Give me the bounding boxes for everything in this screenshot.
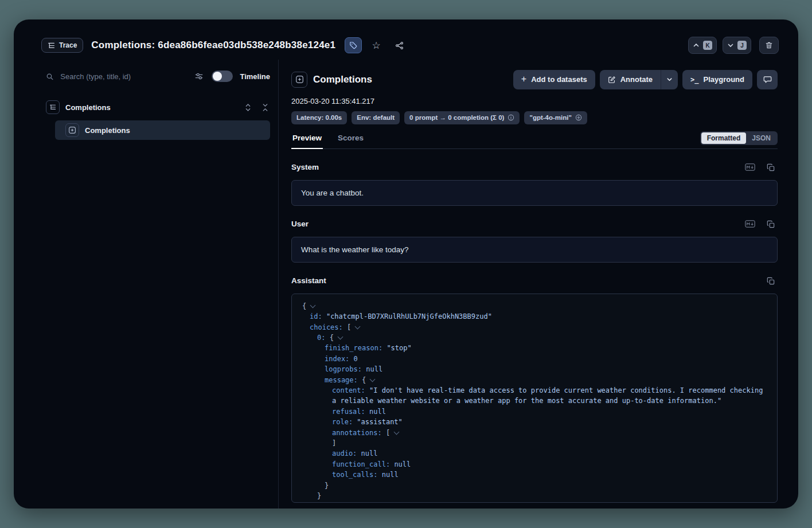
run-badges: Latency: 0.00s Env: default 0 prompt → 0… (291, 111, 778, 124)
collapse-caret-icon[interactable] (370, 376, 376, 382)
code-line: id: "chatcmpl-BD7XRulRhULb7NjGfeOkhN3BB9… (302, 311, 767, 322)
star-icon: ☆ (372, 41, 380, 50)
expand-all-button[interactable] (243, 102, 253, 112)
tree-root-actions (243, 102, 270, 112)
completions-icon (65, 123, 79, 137)
assistant-section-icons (764, 274, 778, 288)
chat-bubble-icon (763, 75, 772, 84)
user-section-header: User (291, 217, 778, 231)
copy-button[interactable] (764, 217, 778, 231)
code-line: tool_calls: null (302, 470, 767, 480)
tag-button[interactable] (345, 37, 362, 53)
run-timestamp: 2025-03-20 11:35:41.217 (291, 97, 778, 105)
tree-item-completions-selected[interactable]: Completions (55, 120, 270, 140)
info-icon[interactable] (508, 114, 514, 121)
run-actions: + Add to datasets Annotate >_ (513, 70, 778, 89)
code-line: function_call: null (302, 459, 767, 470)
expand-all-icon (245, 104, 251, 111)
assistant-section-header: Assistant (291, 274, 778, 288)
shortcut-key-j: J (737, 41, 747, 50)
completions-run-icon (291, 72, 307, 88)
terminal-prompt-icon: >_ (690, 76, 698, 84)
share-icon (395, 41, 404, 50)
tree-root-label: Completions (65, 103, 111, 112)
next-run-button[interactable]: J (723, 37, 751, 54)
collapse-caret-icon[interactable] (394, 429, 400, 435)
markdown-icon (745, 163, 755, 171)
trace-tree: Completions Completions (46, 99, 270, 140)
trace-tree-icon (48, 42, 55, 49)
markdown-icon (745, 220, 755, 228)
trace-badge: Trace (41, 38, 83, 53)
search-input[interactable] (59, 72, 188, 81)
code-line: index: 0 (302, 354, 767, 364)
plus-icon: + (521, 75, 526, 84)
annotate-dropdown-button[interactable] (661, 70, 678, 89)
titlebar: Trace Completions: 6dea86b6feae03db538e2… (14, 19, 798, 60)
format-formatted-option[interactable]: Formatted (701, 132, 747, 144)
code-line: content: "I don't have real-time data ac… (302, 385, 767, 406)
model-badge: "gpt-4o-mini" (524, 111, 587, 124)
code-line: 0: { (302, 333, 767, 343)
trace-title: Completions: 6dea86b6feae03db538e248b38e… (91, 40, 335, 51)
run-title: Completions (313, 74, 372, 85)
latency-badge: Latency: 0.00s (291, 111, 347, 124)
trace-badge-label: Trace (59, 41, 77, 49)
chevron-down-icon (727, 42, 734, 49)
sidebar-search-row: Timeline (46, 67, 270, 86)
assistant-label: Assistant (291, 276, 326, 285)
filter-button[interactable] (192, 69, 206, 83)
copy-button[interactable] (764, 274, 778, 288)
env-badge: Env: default (352, 111, 400, 124)
collapse-all-button[interactable] (260, 102, 270, 112)
trace-root-icon (46, 100, 60, 114)
tag-icon (349, 41, 357, 49)
sliders-icon (194, 72, 204, 81)
timeline-toggle-label: Timeline (240, 72, 270, 81)
markdown-toggle-button[interactable] (743, 217, 757, 231)
markdown-toggle-button[interactable] (743, 161, 757, 174)
playground-button[interactable]: >_ Playground (682, 70, 752, 89)
collapse-all-icon (262, 104, 268, 111)
code-line: finish_reason: "stop" (302, 343, 767, 353)
system-section-header: System (291, 161, 778, 174)
annotate-split-button: Annotate (600, 70, 678, 89)
tree-child-label: Completions (85, 126, 130, 135)
delete-button[interactable] (759, 37, 779, 54)
timeline-toggle[interactable] (212, 71, 233, 82)
code-line: } (302, 491, 767, 501)
system-section-icons (743, 161, 778, 174)
trace-window: Trace Completions: 6dea86b6feae03db538e2… (14, 19, 798, 509)
share-button[interactable] (391, 37, 408, 53)
user-message-box: What is the weather like today? (291, 237, 778, 263)
user-section-icons (743, 217, 778, 231)
chevron-up-icon (693, 42, 700, 49)
collapse-caret-icon[interactable] (337, 334, 343, 339)
system-message-box: You are a chatbot. (291, 180, 778, 206)
format-json-option[interactable]: JSON (746, 132, 776, 144)
annotate-button[interactable]: Annotate (600, 70, 661, 89)
code-line: refusal: null (302, 406, 767, 417)
copy-button[interactable] (764, 161, 778, 174)
trash-icon (765, 41, 773, 49)
code-line: audio: null (302, 448, 767, 459)
tab-preview[interactable]: Preview (291, 131, 323, 149)
token-usage-badge: 0 prompt → 0 completion (Σ 0) (404, 111, 520, 124)
collapse-caret-icon[interactable] (310, 302, 316, 308)
code-line: annotations: [ (302, 428, 767, 438)
search-icon (46, 72, 53, 81)
tab-scores[interactable]: Scores (337, 131, 365, 149)
add-to-datasets-button[interactable]: + Add to datasets (513, 70, 595, 89)
collapse-caret-icon[interactable] (355, 323, 361, 329)
comments-button[interactable] (757, 70, 778, 89)
format-toggle: Formatted JSON (700, 131, 778, 145)
chevron-down-icon (666, 76, 673, 83)
search-box[interactable] (46, 72, 188, 81)
plus-circle-icon[interactable] (575, 114, 582, 121)
app-body: Timeline Completions (14, 60, 798, 509)
star-button[interactable]: ☆ (368, 37, 385, 53)
system-label: System (291, 163, 319, 171)
code-line: ] (302, 501, 767, 503)
tree-root-completions[interactable]: Completions (46, 99, 270, 116)
prev-run-button[interactable]: K (688, 37, 717, 54)
